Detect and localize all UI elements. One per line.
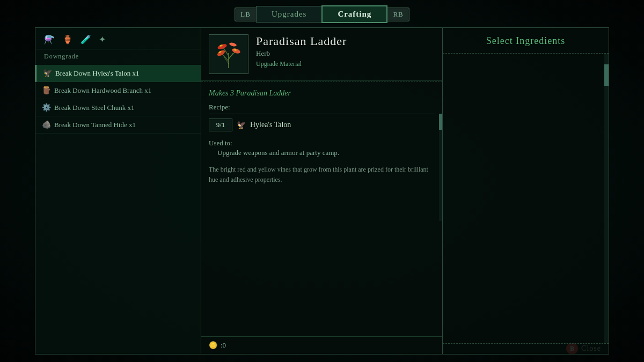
mid-scrollbar[interactable]	[439, 114, 442, 221]
quantity-badge: 9/1	[209, 119, 232, 131]
item-tag: Upgrade Material	[256, 60, 435, 68]
recipe-item[interactable]: 🦅 Break Down Hylea's Talon x1	[35, 65, 201, 82]
icon-feather[interactable]: ⚗️	[44, 34, 55, 45]
right-panel: Select Ingredients	[443, 27, 609, 354]
used-to-text: Upgrade weapons and armor at party camp.	[209, 149, 435, 157]
tab-lb[interactable]: LB	[235, 8, 256, 21]
item-type: Herb	[256, 49, 435, 58]
currency-value: :0	[221, 341, 226, 350]
panel-icons: ⚗️ 🏺 🧪 ✦	[35, 28, 201, 49]
recipe-label-1: Break Down Hylea's Talon x1	[55, 69, 139, 78]
middle-footer: 🪙 :0	[201, 336, 442, 354]
middle-panel: Paradisan Ladder Herb Upgrade Material M…	[201, 27, 443, 354]
recipe-icon-2: 🪵	[42, 86, 51, 95]
tab-rb[interactable]: RB	[387, 8, 409, 21]
description-text: The bright red and yellow vines that gro…	[209, 165, 435, 185]
right-panel-body	[443, 54, 609, 343]
recipe-list: 🦅 Break Down Hylea's Talon x1 🪵 Break Do…	[35, 65, 201, 349]
item-info: Paradisan Ladder Herb Upgrade Material	[256, 34, 435, 68]
tab-bar: LB Upgrades Crafting RB	[0, 0, 644, 27]
right-scroll-thumb	[604, 64, 609, 86]
middle-content: Makes 3 Paradisan Ladder Recipe: 9/1 🦅 H…	[201, 82, 442, 336]
recipe-icon-1: 🦅	[43, 69, 52, 78]
icon-craft[interactable]: ✦	[99, 34, 106, 45]
main-content: ⚗️ 🏺 🧪 ✦ Downgrade 🦅 Break Down Hylea's …	[35, 27, 609, 354]
tab-upgrades[interactable]: Upgrades	[256, 6, 321, 23]
recipe-label-4: Break Down Tanned Hide x1	[54, 121, 136, 129]
ingredient-name: Hylea's Talon	[250, 121, 291, 129]
recipe-item[interactable]: ⚙️ Break Down Steel Chunk x1	[35, 99, 201, 116]
left-panel: ⚗️ 🏺 🧪 ✦ Downgrade 🦅 Break Down Hylea's …	[35, 27, 201, 354]
right-scrollbar[interactable]	[604, 54, 609, 343]
used-to-title: Used to:	[209, 139, 435, 147]
recipe-label-3: Break Down Steel Chunk x1	[54, 104, 134, 112]
used-to-section: Used to: Upgrade weapons and armor at pa…	[209, 139, 435, 157]
tab-crafting[interactable]: Crafting	[321, 5, 387, 23]
item-thumbnail	[209, 34, 248, 74]
icon-pestle[interactable]: 🧪	[80, 34, 91, 45]
icon-mortar[interactable]: 🏺	[62, 34, 73, 45]
ingredient-icon: 🦅	[237, 121, 246, 130]
mid-scroll-thumb	[439, 114, 442, 130]
downgrade-label: Downgrade	[35, 49, 201, 65]
item-name: Paradisan Ladder	[256, 34, 435, 48]
recipe-icon-4: 🪨	[42, 120, 51, 129]
recipe-item[interactable]: 🪨 Break Down Tanned Hide x1	[35, 116, 201, 134]
ingredient-row: 9/1 🦅 Hylea's Talon	[209, 119, 435, 131]
right-panel-footer	[443, 343, 609, 354]
recipe-section-label: Recipe:	[209, 103, 435, 114]
recipe-icon-3: ⚙️	[42, 103, 51, 112]
currency-icon: 🪙	[209, 341, 217, 350]
recipe-label-2: Break Down Hardwood Branch x1	[54, 86, 151, 95]
item-header: Paradisan Ladder Herb Upgrade Material	[201, 28, 442, 81]
right-panel-title: Select Ingredients	[443, 28, 609, 54]
recipe-item[interactable]: 🪵 Break Down Hardwood Branch x1	[35, 82, 201, 99]
makes-label: Makes 3 Paradisan Ladder	[209, 89, 435, 98]
